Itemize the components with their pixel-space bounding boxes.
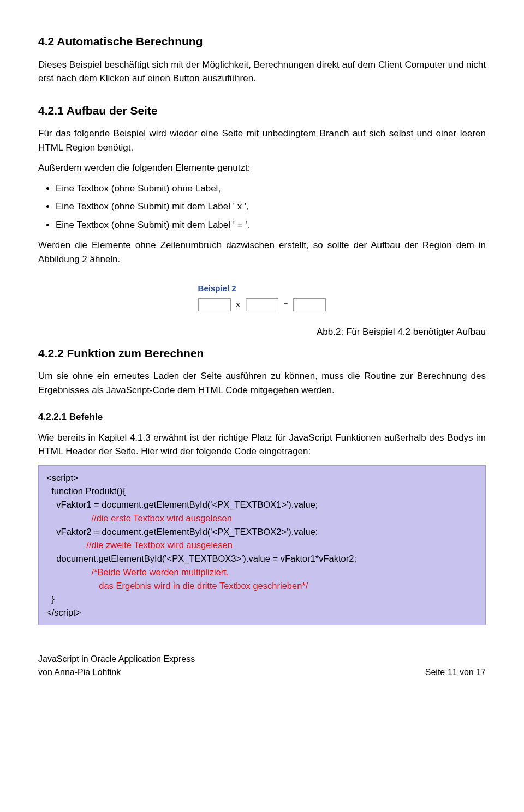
code-comment: //die erste Textbox wird ausgelesen [46, 513, 232, 523]
page-footer: JavaScript in Oracle Application Express… [38, 653, 486, 679]
textbox-2 [246, 298, 278, 311]
operator-x: x [236, 299, 240, 310]
list-item: Eine Textbox (ohne Submit) mit dem Label… [56, 200, 486, 214]
bullet-list-4-2-1: Eine Textbox (ohne Submit) ohne Label, E… [38, 182, 486, 232]
heading-4-2: 4.2 Automatische Berechnung [38, 33, 486, 50]
heading-4-2-2: 4.2.2 Funktion zum Berechnen [38, 345, 486, 362]
code-block: <script> function Produkt(){ vFaktor1 = … [38, 465, 486, 625]
code-comment: /*Beide Werte werden multipliziert, [46, 567, 229, 577]
para-4-2-1-b: Außerdem werden die folgenden Elemente g… [38, 161, 486, 175]
figure-title: Beispiel 2 [198, 282, 326, 295]
footer-title: JavaScript in Oracle Application Express [38, 653, 195, 666]
para-4-2-1-a: Für das folgende Beispiel wird wieder ei… [38, 127, 486, 154]
code-line: } [46, 594, 55, 604]
page-number: Seite 11 von 17 [425, 666, 486, 679]
heading-4-2-2-1: 4.2.2.1 Befehle [38, 410, 486, 424]
code-line: <script> [46, 473, 79, 483]
textbox-1 [198, 298, 231, 311]
code-line: document.getElementById('<PX_TEXTBOX3>')… [46, 554, 356, 563]
list-item: Eine Textbox (ohne Submit) ohne Label, [56, 182, 486, 196]
footer-author: von Anna-Pia Lohfink [38, 666, 195, 679]
code-comment: das Ergebnis wird in die dritte Textbox … [46, 581, 308, 591]
para-4-2-intro: Dieses Beispiel beschäftigt sich mit der… [38, 58, 486, 86]
code-line: vFaktor1 = document.getElementById('<PX_… [46, 500, 318, 509]
para-4-2-1-c: Werden die Elemente ohne Zeilenumbruch d… [38, 238, 486, 266]
para-4-2-2-a: Um sie ohne ein erneutes Laden der Seite… [38, 369, 486, 397]
para-4-2-2-1-a: Wie bereits in Kapitel 4.1.3 erwähnt ist… [38, 431, 486, 459]
code-line: vFaktor2 = document.getElementById('<PX_… [46, 527, 318, 537]
textbox-3 [293, 298, 326, 311]
figure-2: Beispiel 2 x = [38, 282, 486, 315]
code-line: </script> [46, 608, 81, 617]
code-line: function Produkt(){ [46, 486, 126, 496]
list-item: Eine Textbox (ohne Submit) mit dem Label… [56, 218, 486, 232]
figure-caption: Abb.2: Für Beispiel 4.2 benötigter Aufba… [38, 325, 486, 339]
code-comment: //die zweite Textbox wird ausgelesen [46, 540, 233, 550]
operator-eq: = [284, 299, 288, 310]
heading-4-2-1: 4.2.1 Aufbau der Seite [38, 102, 486, 119]
